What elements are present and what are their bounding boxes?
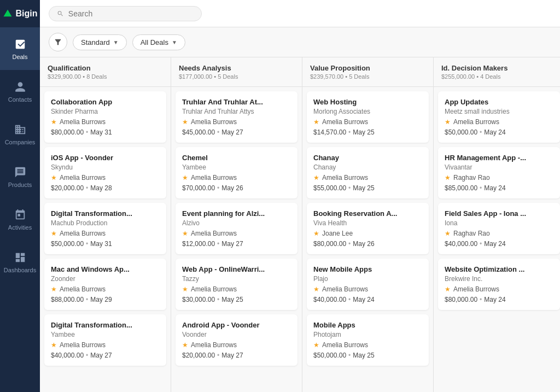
card-owner: ★ Amelia Burrows [313,285,422,293]
standard-filter-btn[interactable]: Standard ▼ [73,34,127,50]
card-title: Collaboration App [51,98,160,106]
crown-icon: ★ [51,118,57,126]
col-title-id-decision-makers: Id. Decision Makers [441,64,557,72]
deal-card[interactable]: Web App - OnlineWarri... Tazzy ★ Amelia … [176,259,298,310]
card-company: Skinder Pharma [51,108,160,115]
sidebar-item-contacts[interactable]: Contacts [0,70,40,113]
card-title: Digital Transformation... [51,321,160,329]
card-title: Chemel [182,154,291,162]
card-owner: ★ Amelia Burrows [445,118,553,126]
search-input[interactable] [68,9,194,18]
sidebar-item-companies[interactable]: Companies [0,113,40,155]
app-logo: Bigin [0,0,40,27]
crown-icon: ★ [51,230,57,237]
card-date-separator: • [348,240,351,248]
card-owner-name: Amelia Burrows [60,118,106,126]
deal-card[interactable]: Digital Transformation... Yambee ★ Ameli… [44,314,166,366]
card-owner-name: Amelia Burrows [191,174,237,182]
card-owner: ★ Amelia Burrows [182,230,291,237]
sidebar-item-activities[interactable]: Activities [0,198,40,241]
card-owner-name: Amelia Burrows [60,285,106,293]
card-company: Photojam [313,331,422,338]
card-title: Truhlar And Truhlar At... [182,98,291,106]
card-date-separator: • [348,296,351,303]
kanban-col-needs-analysis: Needs Analysis $177,000.00 • 5 Deals Tru… [171,57,302,392]
deal-card[interactable]: App Updates Meetz small industries ★ Ame… [438,91,560,143]
deal-card[interactable]: Chemel Yambee ★ Amelia Burrows $70,000.0… [176,147,298,198]
card-owner-name: Amelia Burrows [322,118,368,126]
card-company: Alzivo [182,219,291,227]
filter-icon [54,38,62,46]
filter-button[interactable] [49,33,67,51]
card-date-separator: • [86,184,88,192]
deal-card[interactable]: Mobile Apps Photojam ★ Amelia Burrows $5… [307,314,429,366]
card-amount: $20,000.00•May 28 [51,184,160,192]
sidebar-item-dashboards[interactable]: Dashboards [0,241,40,283]
sidebar-deals-label: Deals [12,54,27,60]
col-header-qualification: Qualification $329,900.00 • 8 Deals [40,57,171,87]
card-date-separator: • [480,240,482,248]
deal-card[interactable]: Collaboration App Skinder Pharma ★ Ameli… [44,91,166,143]
card-amount: $80,000.00•May 31 [51,128,160,136]
crown-icon: ★ [182,118,188,126]
dashboards-icon [14,251,27,264]
card-date-separator: • [86,352,88,359]
card-owner-name: Amelia Burrows [191,118,237,126]
card-amount: $12,000.00•May 27 [182,240,291,248]
deal-card[interactable]: New Mobile Apps Plajo ★ Amelia Burrows $… [307,259,429,310]
deal-card[interactable]: Mac and Windows Ap... Zoonder ★ Amelia B… [44,259,166,310]
kanban-col-qualification: Qualification $329,900.00 • 8 Deals Coll… [40,57,171,392]
sidebar-item-deals[interactable]: Deals [0,27,40,70]
card-owner: ★ Amelia Burrows [51,285,160,293]
card-title: Field Sales App - Iona ... [445,209,553,218]
deal-card[interactable]: Chanay Chanay ★ Amelia Burrows $55,000.0… [307,147,429,198]
crown-icon: ★ [182,230,188,237]
card-title: Event planning for Alzi... [182,209,291,218]
deal-card[interactable]: Field Sales App - Iona ... Iona ★ Raghav… [438,203,560,254]
card-title: iOS App - Voonder [51,154,160,162]
card-owner: ★ Amelia Burrows [313,118,422,126]
col-cards-qualification: Collaboration App Skinder Pharma ★ Ameli… [40,87,171,392]
crown-icon: ★ [182,285,188,293]
sidebar-companies-label: Companies [5,139,36,145]
deal-card[interactable]: Website Optimization ... Brekwire Inc. ★… [438,259,560,310]
deal-card[interactable]: Web Hosting Morlong Associates ★ Amelia … [307,91,429,143]
crown-icon: ★ [313,341,319,349]
all-deals-filter-btn[interactable]: All Deals ▼ [132,34,185,50]
card-title: New Mobile Apps [313,265,422,273]
card-title: Web App - OnlineWarri... [182,265,291,273]
card-owner: ★ Amelia Burrows [182,174,291,182]
card-owner: ★ Amelia Burrows [182,118,291,126]
card-amount: $40,000.00•May 24 [445,240,553,248]
card-date-separator: • [348,352,351,359]
card-owner-name: Amelia Burrows [322,341,368,349]
deal-card[interactable]: Truhlar And Truhlar At... Truhlar And Tr… [176,91,298,143]
deal-card[interactable]: Event planning for Alzi... Alzivo ★ Amel… [176,203,298,254]
sidebar-item-products[interactable]: Products [0,155,40,198]
crown-icon: ★ [313,118,319,126]
card-owner-name: Amelia Burrows [322,285,368,293]
card-amount: $50,000.00•May 24 [445,128,553,136]
header [40,0,560,27]
crown-icon: ★ [51,285,57,293]
deal-card[interactable]: Digital Transformation... Machub Product… [44,203,166,254]
main-content: Standard ▼ All Deals ▼ Qualification $32… [40,0,560,392]
kanban-col-value-proposition: Value Proposition $239,570.00 • 5 Deals … [302,57,434,392]
deal-card[interactable]: Android App - Voonder Voonder ★ Amelia B… [176,314,298,366]
card-owner: ★ Amelia Burrows [445,285,553,293]
crown-icon: ★ [445,230,451,237]
card-title: Web Hosting [313,98,422,106]
col-cards-needs-analysis: Truhlar And Truhlar At... Truhlar And Tr… [171,87,302,392]
deal-card[interactable]: Booking Reservation A... Viva Health ★ J… [307,203,429,254]
card-owner-name: Amelia Burrows [60,174,106,182]
card-amount: $40,000.00•May 24 [313,296,422,303]
search-box[interactable] [49,6,202,21]
deal-card[interactable]: HR Management App -... Vivaantar ★ Ragha… [438,147,560,198]
deal-card[interactable]: iOS App - Voonder Skyndu ★ Amelia Burrow… [44,147,166,198]
card-company: Morlong Associates [313,108,422,115]
app-name: Bigin [16,9,38,19]
card-company: Chanay [313,163,422,171]
card-company: Voonder [182,331,291,338]
crown-icon: ★ [51,341,57,349]
card-company: Skyndu [51,163,160,171]
